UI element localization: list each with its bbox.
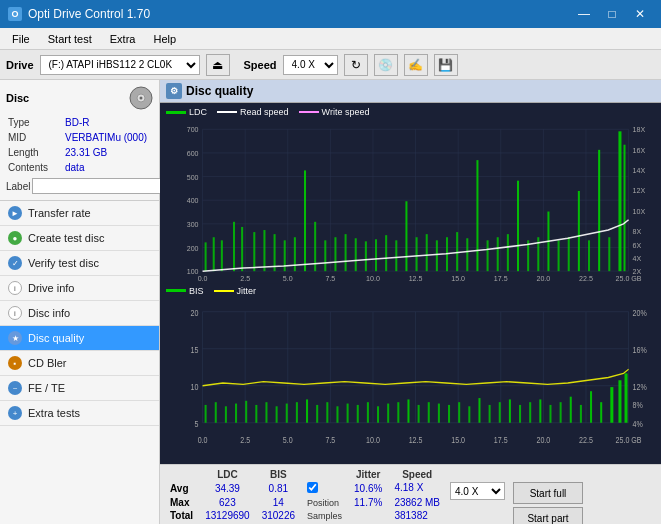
save-button[interactable]: 💾 xyxy=(434,54,458,76)
titlebar: O Opti Drive Control 1.70 — □ ✕ xyxy=(0,0,661,28)
svg-text:12.5: 12.5 xyxy=(409,434,423,445)
svg-rect-139 xyxy=(519,404,521,422)
disc-contents-label: Contents xyxy=(8,161,63,174)
svg-text:17.5: 17.5 xyxy=(494,275,508,283)
eject-button[interactable]: ⏏ xyxy=(206,54,230,76)
svg-rect-49 xyxy=(476,160,478,271)
disc-quality-header: ⚙ Disc quality xyxy=(160,80,661,103)
svg-text:8%: 8% xyxy=(633,398,644,409)
svg-text:20.0: 20.0 xyxy=(536,275,550,283)
svg-text:25.0 GB: 25.0 GB xyxy=(616,434,642,445)
sidebar-item-extra-tests[interactable]: + Extra tests xyxy=(0,401,159,426)
svg-rect-58 xyxy=(568,237,570,271)
disc-label-input[interactable] xyxy=(32,178,163,194)
svg-rect-48 xyxy=(466,238,468,271)
svg-rect-142 xyxy=(549,404,551,422)
svg-text:5: 5 xyxy=(195,417,199,428)
verify-test-disc-label: Verify test disc xyxy=(28,257,99,269)
fe-te-icon: ~ xyxy=(8,381,22,395)
col-empty xyxy=(164,468,199,481)
svg-rect-122 xyxy=(347,403,349,422)
disc-type-value: BD-R xyxy=(65,116,151,129)
svg-text:5.0: 5.0 xyxy=(283,434,293,445)
menu-extra[interactable]: Extra xyxy=(102,31,144,47)
disc-info-label: Disc info xyxy=(28,307,70,319)
minimize-button[interactable]: — xyxy=(571,4,597,24)
svg-rect-3 xyxy=(162,119,659,284)
sidebar-item-transfer-rate[interactable]: ► Transfer rate xyxy=(0,201,159,226)
svg-rect-41 xyxy=(395,240,397,271)
sidebar-item-cd-bler[interactable]: ▪ CD Bler xyxy=(0,351,159,376)
total-samples: 381382 xyxy=(388,509,446,522)
svg-text:16X: 16X xyxy=(633,147,646,155)
svg-rect-116 xyxy=(286,403,288,422)
content-area: ⚙ Disc quality LDC Read speed Write spee… xyxy=(160,80,661,524)
lower-legend: BIS Jitter xyxy=(162,284,659,298)
refresh-button[interactable]: ↻ xyxy=(344,54,368,76)
lower-chart: 20 15 10 5 20% 16% 12% 8% 4% 0.0 2.5 5.0… xyxy=(162,298,659,463)
start-part-button[interactable]: Start part xyxy=(513,507,583,524)
svg-text:700: 700 xyxy=(187,126,199,134)
svg-rect-61 xyxy=(598,150,600,271)
menu-help[interactable]: Help xyxy=(145,31,184,47)
sidebar-item-fe-te[interactable]: ~ FE / TE xyxy=(0,376,159,401)
svg-text:20: 20 xyxy=(191,306,199,317)
maximize-button[interactable]: □ xyxy=(599,4,625,24)
disc-type-label: Type xyxy=(8,116,63,129)
drive-label: Drive xyxy=(6,59,34,71)
sidebar-item-disc-quality[interactable]: ★ Disc quality xyxy=(0,326,159,351)
titlebar-controls: — □ ✕ xyxy=(571,4,653,24)
speed-select[interactable]: 4.0 X xyxy=(283,55,338,75)
menu-file[interactable]: File xyxy=(4,31,38,47)
sidebar-item-verify-test-disc[interactable]: ✓ Verify test disc xyxy=(0,251,159,276)
svg-rect-22 xyxy=(205,242,207,271)
write-speed-color xyxy=(299,111,319,113)
create-test-disc-label: Create test disc xyxy=(28,232,104,244)
avg-label: Avg xyxy=(164,481,199,496)
svg-text:16%: 16% xyxy=(633,343,648,354)
jitter-label: Jitter xyxy=(237,286,257,296)
svg-rect-113 xyxy=(255,404,257,422)
svg-text:200: 200 xyxy=(187,245,199,253)
svg-text:2.5: 2.5 xyxy=(240,434,250,445)
svg-text:0.0: 0.0 xyxy=(198,275,208,283)
svg-text:10.0: 10.0 xyxy=(366,434,380,445)
jitter-checkbox[interactable] xyxy=(307,482,318,493)
start-full-button[interactable]: Start full xyxy=(513,482,583,504)
max-ldc: 623 xyxy=(199,496,256,509)
menubar: File Start test Extra Help xyxy=(0,28,661,50)
avg-bis: 0.81 xyxy=(256,481,301,496)
disc-info-table: Type BD-R MID VERBATIMu (000) Length 23.… xyxy=(6,114,153,176)
stats-speed-select[interactable]: 4.0 X xyxy=(450,482,505,500)
svg-rect-24 xyxy=(221,240,223,271)
disc-quality-header-icon: ⚙ xyxy=(166,83,182,99)
svg-rect-27 xyxy=(253,232,255,271)
sidebar-item-disc-info[interactable]: i Disc info xyxy=(0,301,159,326)
disc-quality-title: Disc quality xyxy=(186,84,253,98)
svg-rect-125 xyxy=(377,406,379,422)
svg-rect-23 xyxy=(213,237,215,271)
disc-info-icon: i xyxy=(8,306,22,320)
menu-start-test[interactable]: Start test xyxy=(40,31,100,47)
svg-rect-35 xyxy=(334,237,336,271)
max-label: Max xyxy=(164,496,199,509)
sidebar-item-create-test-disc[interactable]: ● Create test disc xyxy=(0,226,159,251)
disc-quality-label: Disc quality xyxy=(28,332,84,344)
disc-button[interactable]: 💿 xyxy=(374,54,398,76)
svg-rect-128 xyxy=(407,399,409,422)
drive-select[interactable]: (F:) ATAPI iHBS112 2 CL0K xyxy=(40,55,200,75)
close-button[interactable]: ✕ xyxy=(627,4,653,24)
jitter-check-cell xyxy=(301,481,348,496)
svg-rect-143 xyxy=(560,402,562,423)
avg-speed: 4.18 X xyxy=(388,481,446,494)
svg-rect-34 xyxy=(324,240,326,271)
bis-legend: BIS xyxy=(166,286,204,296)
speed-label: Speed xyxy=(244,59,277,71)
jitter-legend: Jitter xyxy=(214,286,257,296)
max-position: 23862 MB xyxy=(388,496,446,509)
sidebar-item-drive-info[interactable]: i Drive info xyxy=(0,276,159,301)
disc-panel-title: Disc xyxy=(6,92,29,104)
svg-point-2 xyxy=(140,97,143,100)
disc-icon xyxy=(129,86,153,110)
write-button[interactable]: ✍ xyxy=(404,54,428,76)
